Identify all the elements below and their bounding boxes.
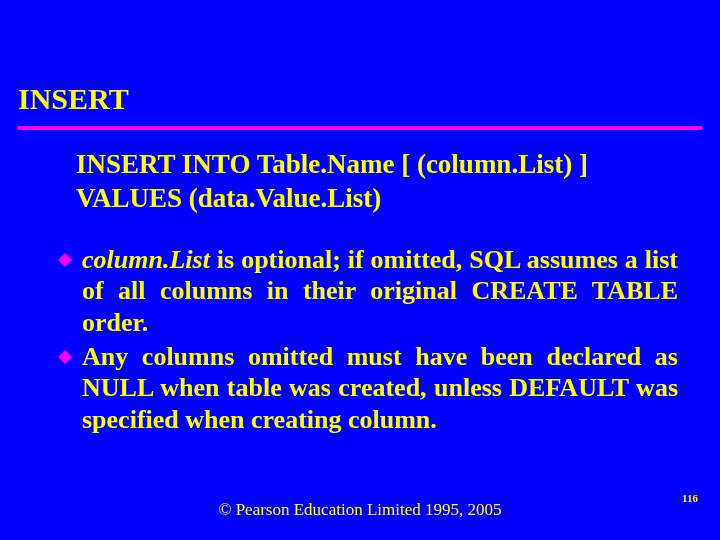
syntax-line-1: INSERT INTO Table.Name [ (column.List) ] bbox=[76, 148, 660, 182]
bullet-list: column.List is optional; if omitted, SQL… bbox=[0, 216, 720, 436]
syntax-block: INSERT INTO Table.Name [ (column.List) ]… bbox=[0, 130, 720, 216]
footer-copyright: © Pearson Education Limited 1995, 2005 bbox=[0, 500, 720, 520]
bullet-text: Any columns omitted must have been decla… bbox=[82, 341, 678, 436]
slide: INSERT INSERT INTO Table.Name [ (column.… bbox=[0, 0, 720, 540]
bullet-rest: Any columns omitted must have been decla… bbox=[82, 342, 678, 434]
slide-title: INSERT bbox=[18, 82, 702, 122]
diamond-bullet-icon bbox=[58, 350, 72, 364]
svg-marker-1 bbox=[58, 350, 72, 364]
bullet-italic-prefix: column.List bbox=[82, 245, 210, 274]
bullet-item: column.List is optional; if omitted, SQL… bbox=[58, 244, 678, 339]
svg-marker-0 bbox=[58, 253, 72, 267]
diamond-bullet-icon bbox=[58, 253, 72, 267]
bullet-item: Any columns omitted must have been decla… bbox=[58, 341, 678, 436]
page-number: 116 bbox=[682, 492, 698, 504]
bullet-text: column.List is optional; if omitted, SQL… bbox=[82, 244, 678, 339]
syntax-line-2: VALUES (data.Value.List) bbox=[76, 182, 660, 216]
title-block: INSERT bbox=[0, 0, 720, 130]
